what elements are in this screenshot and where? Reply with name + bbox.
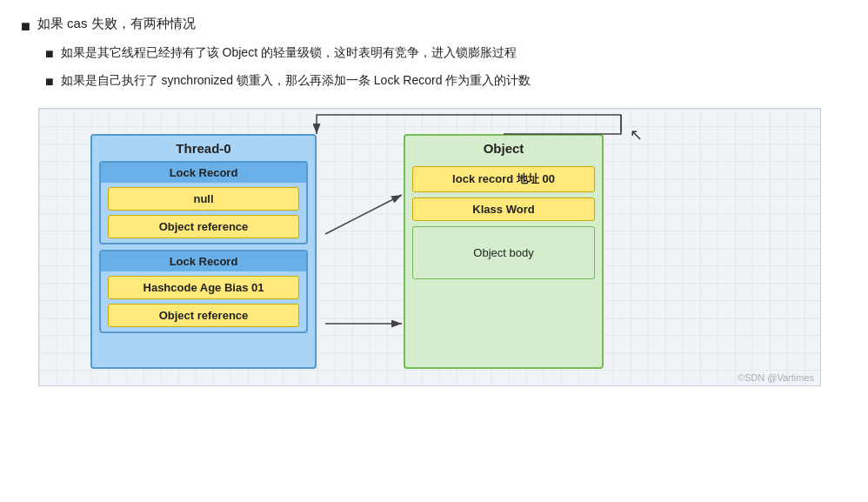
object-cell-2: Klass Word [412,197,595,221]
sub-bullet-2-symbol: ■ [45,70,54,93]
lock-record-1-header: Lock Record [101,163,306,183]
lock-record-1-cell1: null [108,187,299,211]
lock-record-1-cell2: Object reference [108,215,299,238]
sub-bullet-1-text: 如果是其它线程已经持有了该 Object 的轻量级锁，这时表明有竞争，进入锁膨胀… [61,43,517,62]
object-body-cell: Object body [412,226,595,279]
object-cell-1: lock record 地址 00 [412,166,595,192]
watermark: ©SDN @Vartimes [738,372,814,383]
lock-record-1: Lock Record null Object reference [99,161,308,244]
cursor-icon: ↖ [630,125,643,144]
lock-record-2-cell1: Hashcode Age Bias 01 [108,276,299,299]
lock-record-2-header: Lock Record [101,251,306,271]
thread-box: Thread-0 Lock Record null Object referen… [90,134,317,369]
thread-title: Thread-0 [92,136,315,161]
lock-record-2-cell2: Object reference [108,304,299,327]
main-bullet-text: 如果 cas 失败，有两种情况 [37,16,196,32]
main-bullet: ■ 如果 cas 失败，有两种情况 [21,16,847,37]
diagram-area: Thread-0 Lock Record null Object referen… [38,108,821,386]
sub-bullet-2-text: 如果是自己执行了 synchronized 锁重入，那么再添加一条 Lock R… [61,70,531,90]
sub-bullet-1-symbol: ■ [45,43,54,65]
sub-bullet-1: ■ 如果是其它线程已经持有了该 Object 的轻量级锁，这时表明有竞争，进入锁… [45,43,847,65]
object-box: Object lock record 地址 00 Klass Word Obje… [404,134,604,369]
lock-record-2: Lock Record Hashcode Age Bias 01 Object … [99,250,308,333]
main-text-block: ■ 如果 cas 失败，有两种情况 ■ 如果是其它线程已经持有了该 Object… [21,16,847,92]
sub-bullet-2: ■ 如果是自己执行了 synchronized 锁重入，那么再添加一条 Lock… [45,70,847,93]
object-title: Object [405,136,602,161]
sub-bullets-container: ■ 如果是其它线程已经持有了该 Object 的轻量级锁，这时表明有竞争，进入锁… [45,43,847,92]
main-bullet-symbol: ■ [21,16,30,37]
